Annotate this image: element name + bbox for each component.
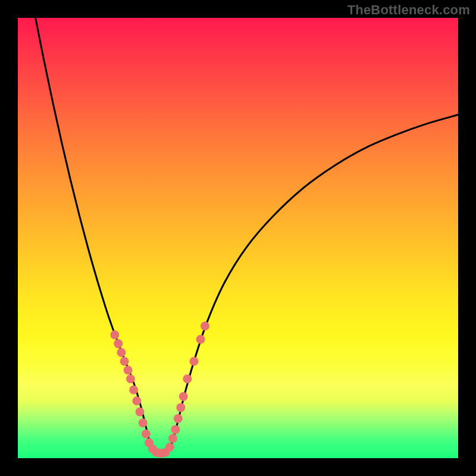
data-dot [174, 414, 183, 423]
data-dot [201, 322, 209, 331]
data-dot [168, 434, 177, 443]
data-dot [117, 348, 126, 357]
data-dot [114, 339, 123, 348]
data-dot [190, 357, 199, 366]
data-dot [196, 335, 205, 344]
data-dot [183, 374, 192, 383]
data-dot [126, 374, 135, 383]
data-dot [179, 392, 188, 401]
data-dot [124, 366, 133, 375]
bottleneck-curve [36, 18, 458, 453]
data-dot [129, 386, 138, 394]
data-dot [110, 330, 119, 339]
chart-plot-area [18, 18, 458, 458]
data-dot [120, 357, 129, 366]
data-dot [165, 443, 174, 452]
watermark-text: TheBottleneck.com [347, 2, 470, 18]
data-dot [176, 403, 185, 412]
chart-frame: TheBottleneck.com [0, 0, 476, 476]
data-dot [142, 430, 151, 439]
data-dot [139, 418, 148, 427]
data-dots [110, 322, 209, 458]
data-dot [135, 408, 144, 416]
chart-svg [18, 18, 458, 458]
data-dot [171, 425, 180, 434]
data-dot [132, 396, 141, 405]
